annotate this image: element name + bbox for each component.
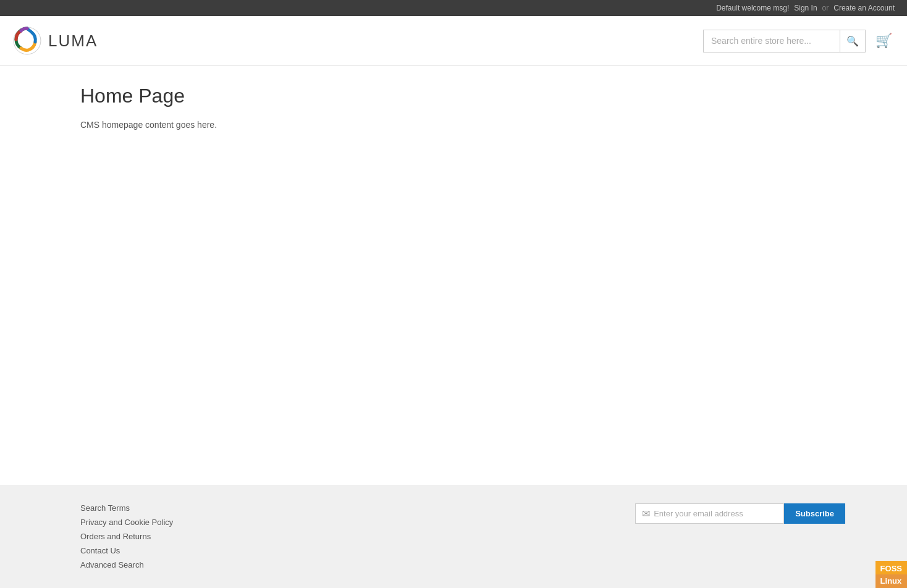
main-content: Home Page CMS homepage content goes here… <box>0 66 907 485</box>
create-account-link[interactable]: Create an Account <box>833 4 895 12</box>
welcome-message: Default welcome msg! <box>716 4 789 12</box>
logo-link[interactable]: LUMA <box>12 26 98 56</box>
search-button[interactable]: 🔍 <box>840 30 865 52</box>
mail-icon: ✉ <box>642 508 650 519</box>
signin-link[interactable]: Sign In <box>794 4 817 12</box>
cart-icon: 🛒 <box>875 33 892 48</box>
subscribe-button[interactable]: Subscribe <box>784 503 845 524</box>
header-right: 🔍 🛒 <box>703 30 895 52</box>
footer-link[interactable]: Orders and Returns <box>80 532 173 541</box>
foss-line2: Linux <box>875 574 907 588</box>
search-input[interactable] <box>704 31 840 51</box>
footer-link[interactable]: Privacy and Cookie Policy <box>80 518 173 527</box>
top-bar: Default welcome msg! Sign In or Create a… <box>0 0 907 16</box>
newsletter-input-wrapper: ✉ <box>635 503 784 524</box>
header: LUMA 🔍 🛒 <box>0 16 907 66</box>
footer-nav: Search TermsPrivacy and Cookie PolicyOrd… <box>12 503 173 569</box>
logo-text: LUMA <box>48 32 98 51</box>
footer-link[interactable]: Contact Us <box>80 546 173 555</box>
page-title: Home Page <box>80 85 895 107</box>
footer: Search TermsPrivacy and Cookie PolicyOrd… <box>0 485 907 588</box>
page-content: CMS homepage content goes here. <box>80 120 895 130</box>
footer-link[interactable]: Search Terms <box>80 503 173 513</box>
search-icon: 🔍 <box>846 36 859 46</box>
foss-line1: FOSS <box>880 563 902 574</box>
footer-link[interactable]: Advanced Search <box>80 560 173 569</box>
logo-icon <box>12 26 42 56</box>
search-box: 🔍 <box>703 30 866 52</box>
cart-button[interactable]: 🛒 <box>873 30 895 51</box>
separator: or <box>822 4 829 12</box>
footer-newsletter: ✉ Subscribe <box>635 503 895 524</box>
newsletter-email-input[interactable] <box>654 509 777 518</box>
foss-badge: FOSS Linux <box>875 561 907 588</box>
